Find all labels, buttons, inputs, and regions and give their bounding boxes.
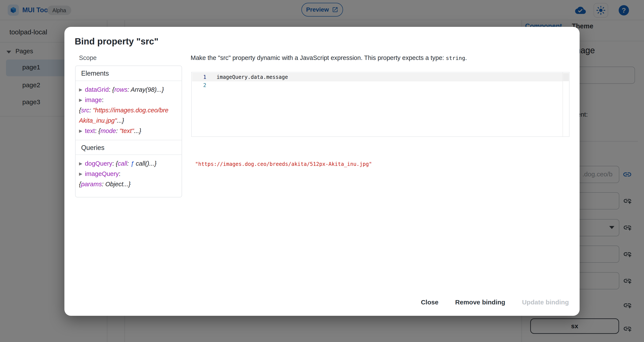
update-binding-button[interactable]: Update binding [521,296,570,308]
close-button[interactable]: Close [420,296,440,308]
scope-section-lines-1[interactable]: ▶dogQuery: {call: ƒ call()...}▶imageQuer… [76,155,182,193]
scope-tree-line[interactable]: {params: Object...} [79,179,180,189]
scope-tree-line[interactable]: ▶dataGrid: {rows: Array(98)...} [79,84,180,95]
scope-tree-line[interactable]: ▶imageQuery: [79,169,180,179]
scope-tree-line[interactable]: {src: "https://images.dog.ceo/bre [79,105,180,115]
scope-label: Scope [79,54,96,62]
expression-result: "https://images.dog.ceo/breeds/akita/512… [195,161,372,167]
app-screen: MUI Toolpad Alpha Preview ? toolpad-loca… [0,0,644,342]
editor-line-number: 2 [192,81,206,89]
description-suffix: . [465,54,467,61]
description-text: Make the "src" property dynamic with a J… [190,54,446,61]
editor-scrollbar[interactable] [563,72,569,136]
dialog-title: Bind property "src" [75,36,158,47]
bind-property-dialog: Bind property "src" Scope Elements ▶data… [64,27,580,316]
scope-section-header-queries: Queries [76,140,182,155]
expression-editor[interactable]: 1 2 imageQuery.data.message [191,72,570,137]
scope-tree-line[interactable]: Akita_inu.jpg"...} [79,115,180,126]
scope-tree-line[interactable]: ▶image: [79,95,180,105]
scope-section-lines-0[interactable]: ▶dataGrid: {rows: Array(98)...}▶image:{s… [76,81,182,140]
dialog-description: Make the "src" property dynamic with a J… [190,54,467,62]
scope-section-header-elements: Elements [76,66,182,81]
scope-browser: Elements ▶dataGrid: {rows: Array(98)...}… [75,66,182,197]
dialog-actions: Close Remove binding Update binding [420,296,570,308]
editor-line-number: 1 [192,73,206,81]
remove-binding-button[interactable]: Remove binding [454,296,506,308]
scope-tree-line[interactable]: ▶dogQuery: {call: ƒ call()...} [79,158,180,169]
editor-scrollbar-marker [563,73,569,81]
editor-code-line[interactable]: imageQuery.data.message [216,73,288,81]
description-type: string [446,55,465,61]
scope-tree-line[interactable]: ▶text: {mode: "text"...} [79,126,180,136]
